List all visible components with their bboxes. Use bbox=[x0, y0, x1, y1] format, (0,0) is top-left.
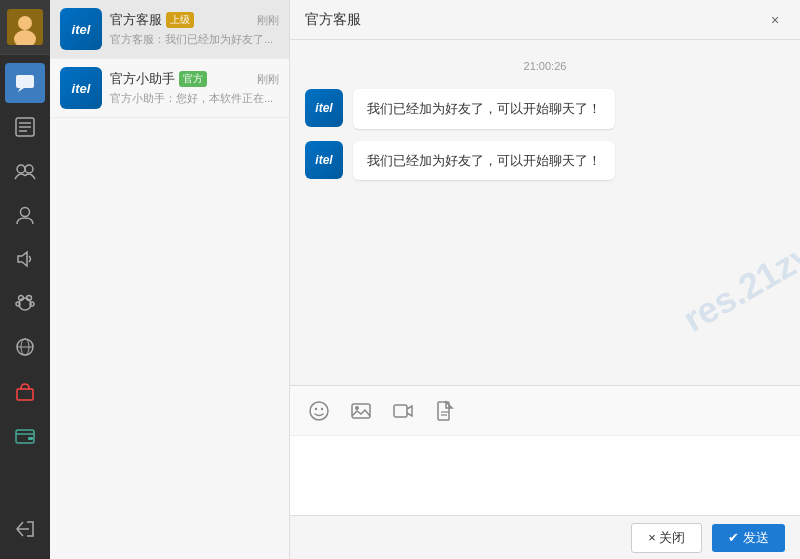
user-avatar-area[interactable] bbox=[0, 0, 50, 55]
message-timestamp: 21:00:26 bbox=[305, 60, 785, 72]
svg-rect-28 bbox=[352, 404, 370, 418]
svg-point-15 bbox=[27, 296, 32, 301]
svg-point-29 bbox=[355, 406, 359, 410]
close-button-label: × 关闭 bbox=[648, 529, 685, 547]
chat-area: 官方客服 × 21:00:26 itel 我们已经加为好友了，可以开始聊天了！ … bbox=[290, 0, 800, 559]
sidebar bbox=[0, 0, 50, 559]
svg-point-14 bbox=[19, 296, 24, 301]
contact-name-xiaozhu: 官方小助手 bbox=[110, 70, 175, 88]
image-button[interactable] bbox=[347, 397, 375, 425]
contact-avatar-xiaozhu: itel bbox=[60, 67, 102, 109]
chat-area-wrapper: res.21zys.com 官方客服 × 21:00:26 itel 我们已经加… bbox=[290, 0, 800, 559]
chat-toolbar bbox=[290, 385, 800, 435]
svg-point-9 bbox=[17, 165, 25, 173]
contact-info-xiaozhu: 官方小助手 官方 刚刚 官方小助手：您好，本软件正在... bbox=[110, 70, 279, 106]
badge-kefu: 上级 bbox=[166, 12, 194, 28]
message-avatar-1: itel bbox=[305, 89, 343, 127]
message-row-1: itel 我们已经加为好友了，可以开始聊天了！ bbox=[305, 89, 785, 129]
sidebar-icon-exit[interactable] bbox=[5, 509, 45, 549]
chat-title: 官方客服 bbox=[305, 11, 361, 29]
send-button[interactable]: ✔ 发送 bbox=[712, 524, 785, 552]
contact-name-kefu: 官方客服 bbox=[110, 11, 162, 29]
sidebar-icon-volume[interactable] bbox=[5, 239, 45, 279]
avatar bbox=[7, 9, 43, 45]
contact-item-kefu[interactable]: itel 官方客服 上级 刚刚 官方客服：我们已经加为好友了... bbox=[50, 0, 289, 59]
svg-marker-12 bbox=[18, 252, 27, 266]
svg-rect-3 bbox=[16, 75, 34, 88]
contact-name-row-xiaozhu: 官方小助手 官方 刚刚 bbox=[110, 70, 279, 88]
chat-header: 官方客服 × bbox=[290, 0, 800, 40]
message-bubble-1: 我们已经加为好友了，可以开始聊天了！ bbox=[353, 89, 615, 129]
chat-input-area[interactable] bbox=[290, 435, 800, 515]
sidebar-icon-circle[interactable] bbox=[5, 327, 45, 367]
contact-avatar-kefu: itel bbox=[60, 8, 102, 50]
sidebar-icons bbox=[5, 55, 45, 509]
svg-point-1 bbox=[18, 16, 32, 30]
chat-footer: × 关闭 ✔ 发送 bbox=[290, 515, 800, 559]
sidebar-icon-shop[interactable] bbox=[5, 371, 45, 411]
svg-point-17 bbox=[30, 302, 34, 306]
contact-name-row: 官方客服 上级 刚刚 bbox=[110, 11, 279, 29]
chat-close-button[interactable]: × bbox=[765, 10, 785, 30]
svg-rect-30 bbox=[394, 405, 407, 417]
contact-info-kefu: 官方客服 上级 刚刚 官方客服：我们已经加为好友了... bbox=[110, 11, 279, 47]
svg-point-16 bbox=[16, 302, 20, 306]
sidebar-icon-groups[interactable] bbox=[5, 151, 45, 191]
contact-time-kefu: 刚刚 bbox=[257, 13, 279, 28]
contact-item-xiaozhu[interactable]: itel 官方小助手 官方 刚刚 官方小助手：您好，本软件正在... bbox=[50, 59, 289, 118]
svg-rect-23 bbox=[28, 437, 33, 440]
contact-panel: itel 官方客服 上级 刚刚 官方客服：我们已经加为好友了... itel 官… bbox=[50, 0, 290, 559]
svg-rect-22 bbox=[16, 430, 34, 443]
contact-preview-kefu: 官方客服：我们已经加为好友了... bbox=[110, 32, 279, 47]
svg-point-10 bbox=[25, 165, 33, 173]
sidebar-bottom bbox=[5, 509, 45, 559]
svg-point-26 bbox=[315, 407, 317, 409]
send-button-label: ✔ 发送 bbox=[728, 529, 769, 547]
app-window: itel 官方客服 上级 刚刚 官方客服：我们已经加为好友了... itel 官… bbox=[0, 0, 800, 559]
svg-marker-4 bbox=[18, 88, 24, 92]
close-button[interactable]: × 关闭 bbox=[631, 523, 702, 553]
contact-preview-xiaozhu: 官方小助手：您好，本软件正在... bbox=[110, 91, 279, 106]
badge-xiaozhu: 官方 bbox=[179, 71, 207, 87]
sidebar-icon-wallet[interactable] bbox=[5, 415, 45, 455]
message-bubble-2: 我们已经加为好友了，可以开始聊天了！ bbox=[353, 141, 615, 181]
video-button[interactable] bbox=[389, 397, 417, 425]
sidebar-icon-contacts[interactable] bbox=[5, 107, 45, 147]
chat-messages: 21:00:26 itel 我们已经加为好友了，可以开始聊天了！ itel 我们… bbox=[290, 40, 800, 385]
file-button[interactable] bbox=[431, 397, 459, 425]
svg-rect-31 bbox=[438, 402, 449, 420]
sidebar-icon-pet[interactable] bbox=[5, 283, 45, 323]
emoji-button[interactable] bbox=[305, 397, 333, 425]
sidebar-icon-chat[interactable] bbox=[5, 63, 45, 103]
svg-point-25 bbox=[310, 402, 328, 420]
sidebar-icon-profile[interactable] bbox=[5, 195, 45, 235]
svg-point-11 bbox=[21, 208, 30, 217]
contact-time-xiaozhu: 刚刚 bbox=[257, 72, 279, 87]
svg-rect-21 bbox=[17, 389, 33, 400]
message-row-2: itel 我们已经加为好友了，可以开始聊天了！ bbox=[305, 141, 785, 181]
svg-point-27 bbox=[321, 407, 323, 409]
message-avatar-2: itel bbox=[305, 141, 343, 179]
